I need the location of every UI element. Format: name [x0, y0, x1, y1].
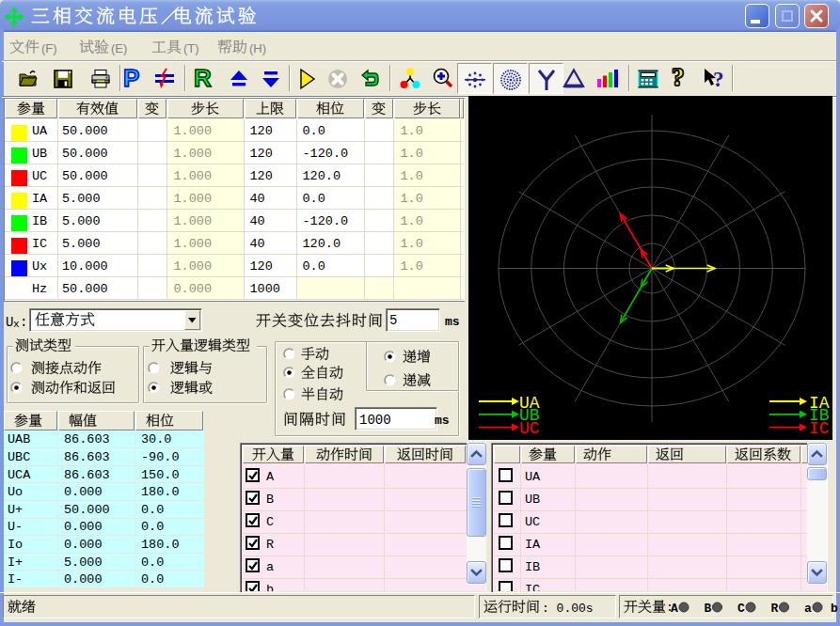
svg-text:C: C [737, 602, 745, 616]
svg-text:IC: IC [809, 419, 830, 438]
svg-text:B: B [705, 602, 712, 616]
svg-text:UC: UC [519, 419, 540, 438]
svg-text:?: ? [713, 68, 724, 90]
svg-text:b: b [831, 602, 838, 616]
svg-text:R: R [771, 602, 779, 616]
svg-text:a: a [804, 602, 812, 616]
svg-text:A: A [671, 602, 678, 616]
